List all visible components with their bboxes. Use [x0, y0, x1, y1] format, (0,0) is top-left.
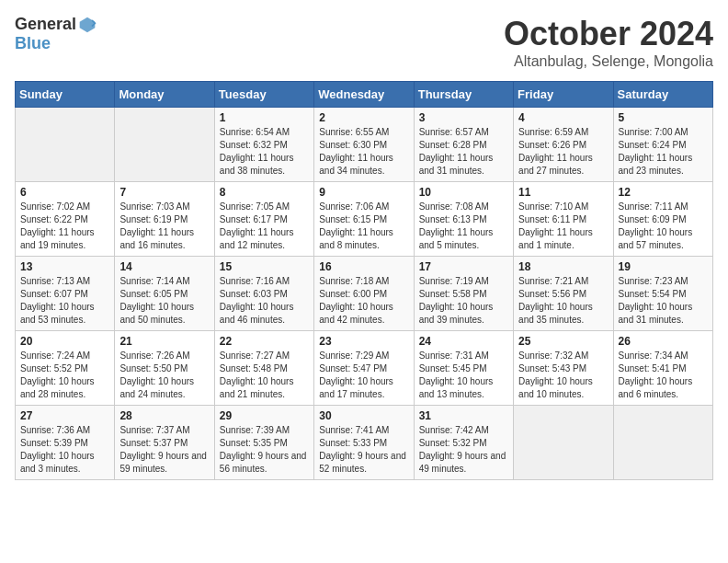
day-number: 28 — [119, 409, 209, 422]
calendar-cell: 31Sunrise: 7:42 AM Sunset: 5:32 PM Dayli… — [414, 406, 513, 480]
day-number: 26 — [619, 335, 708, 348]
day-number: 3 — [419, 111, 508, 124]
day-info: Sunrise: 7:24 AM Sunset: 5:52 PM Dayligh… — [20, 350, 109, 401]
calendar-cell — [16, 108, 115, 182]
day-info: Sunrise: 7:21 AM Sunset: 5:56 PM Dayligh… — [518, 275, 608, 327]
day-number: 29 — [220, 409, 309, 422]
calendar-cell: 18Sunrise: 7:21 AM Sunset: 5:56 PM Dayli… — [514, 257, 613, 331]
location-title: Altanbulag, Selenge, Mongolia — [504, 53, 713, 70]
day-info: Sunrise: 7:14 AM Sunset: 6:05 PM Dayligh… — [119, 275, 209, 327]
day-info: Sunrise: 7:10 AM Sunset: 6:11 PM Dayligh… — [518, 201, 608, 252]
day-number: 20 — [20, 335, 109, 348]
calendar-cell: 24Sunrise: 7:31 AM Sunset: 5:45 PM Dayli… — [414, 331, 513, 406]
calendar-cell: 25Sunrise: 7:32 AM Sunset: 5:43 PM Dayli… — [514, 331, 613, 406]
calendar-cell: 3Sunrise: 6:57 AM Sunset: 6:28 PM Daylig… — [414, 108, 513, 182]
calendar-cell: 8Sunrise: 7:05 AM Sunset: 6:17 PM Daylig… — [214, 182, 313, 257]
day-number: 16 — [319, 260, 408, 273]
day-info: Sunrise: 7:41 AM Sunset: 5:33 PM Dayligh… — [319, 424, 408, 476]
calendar-cell: 9Sunrise: 7:06 AM Sunset: 6:15 PM Daylig… — [314, 182, 414, 257]
day-number: 17 — [419, 260, 508, 273]
calendar-cell — [115, 108, 214, 182]
calendar-cell: 4Sunrise: 6:59 AM Sunset: 6:26 PM Daylig… — [514, 108, 613, 182]
day-info: Sunrise: 7:02 AM Sunset: 6:22 PM Dayligh… — [20, 201, 109, 252]
calendar-cell: 28Sunrise: 7:37 AM Sunset: 5:37 PM Dayli… — [115, 406, 214, 480]
calendar-cell: 22Sunrise: 7:27 AM Sunset: 5:48 PM Dayli… — [214, 331, 313, 406]
calendar-cell: 30Sunrise: 7:41 AM Sunset: 5:33 PM Dayli… — [314, 406, 414, 480]
day-number: 31 — [419, 409, 508, 422]
day-number: 9 — [319, 186, 408, 199]
title-block: October 2024 Altanbulag, Selenge, Mongol… — [504, 15, 713, 70]
logo-icon — [78, 16, 97, 34]
calendar-cell: 12Sunrise: 7:11 AM Sunset: 6:09 PM Dayli… — [613, 182, 712, 257]
weekday-header-tuesday: Tuesday — [214, 82, 313, 108]
day-info: Sunrise: 7:18 AM Sunset: 6:00 PM Dayligh… — [319, 275, 408, 327]
day-number: 6 — [20, 186, 109, 199]
calendar-cell: 27Sunrise: 7:36 AM Sunset: 5:39 PM Dayli… — [16, 406, 115, 480]
day-info: Sunrise: 7:26 AM Sunset: 5:50 PM Dayligh… — [119, 350, 209, 401]
day-number: 7 — [119, 186, 209, 199]
day-info: Sunrise: 6:54 AM Sunset: 6:32 PM Dayligh… — [220, 126, 309, 178]
day-info: Sunrise: 7:32 AM Sunset: 5:43 PM Dayligh… — [518, 350, 608, 401]
day-info: Sunrise: 7:11 AM Sunset: 6:09 PM Dayligh… — [619, 201, 708, 252]
day-info: Sunrise: 7:31 AM Sunset: 5:45 PM Dayligh… — [419, 350, 508, 401]
day-number: 4 — [518, 111, 608, 124]
day-info: Sunrise: 6:59 AM Sunset: 6:26 PM Dayligh… — [518, 126, 608, 178]
calendar-cell: 5Sunrise: 7:00 AM Sunset: 6:24 PM Daylig… — [613, 108, 712, 182]
calendar-cell: 21Sunrise: 7:26 AM Sunset: 5:50 PM Dayli… — [115, 331, 214, 406]
day-info: Sunrise: 7:03 AM Sunset: 6:19 PM Dayligh… — [119, 201, 209, 252]
calendar-cell: 14Sunrise: 7:14 AM Sunset: 6:05 PM Dayli… — [115, 257, 214, 331]
calendar-cell: 15Sunrise: 7:16 AM Sunset: 6:03 PM Dayli… — [214, 257, 313, 331]
day-number: 18 — [518, 260, 608, 273]
day-number: 13 — [20, 260, 109, 273]
day-info: Sunrise: 7:37 AM Sunset: 5:37 PM Dayligh… — [119, 424, 209, 476]
calendar-cell: 13Sunrise: 7:13 AM Sunset: 6:07 PM Dayli… — [16, 257, 115, 331]
day-number: 12 — [619, 186, 708, 199]
day-info: Sunrise: 7:13 AM Sunset: 6:07 PM Dayligh… — [20, 275, 109, 327]
day-info: Sunrise: 7:23 AM Sunset: 5:54 PM Dayligh… — [619, 275, 708, 327]
calendar-cell — [514, 406, 613, 480]
weekday-header-saturday: Saturday — [613, 82, 712, 108]
day-number: 10 — [419, 186, 508, 199]
day-number: 21 — [119, 335, 209, 348]
day-number: 5 — [619, 111, 708, 124]
day-info: Sunrise: 7:08 AM Sunset: 6:13 PM Dayligh… — [419, 201, 508, 252]
day-info: Sunrise: 7:27 AM Sunset: 5:48 PM Dayligh… — [220, 350, 309, 401]
logo: General Blue — [15, 15, 97, 53]
day-number: 19 — [619, 260, 708, 273]
calendar-cell: 20Sunrise: 7:24 AM Sunset: 5:52 PM Dayli… — [16, 331, 115, 406]
day-number: 14 — [119, 260, 209, 273]
calendar-cell: 19Sunrise: 7:23 AM Sunset: 5:54 PM Dayli… — [613, 257, 712, 331]
weekday-header-thursday: Thursday — [414, 82, 513, 108]
day-number: 1 — [220, 111, 309, 124]
calendar-cell: 26Sunrise: 7:34 AM Sunset: 5:41 PM Dayli… — [613, 331, 712, 406]
day-number: 2 — [319, 111, 408, 124]
calendar-cell — [613, 406, 712, 480]
day-info: Sunrise: 6:55 AM Sunset: 6:30 PM Dayligh… — [319, 126, 408, 178]
calendar-cell: 23Sunrise: 7:29 AM Sunset: 5:47 PM Dayli… — [314, 331, 414, 406]
weekday-header-monday: Monday — [115, 82, 214, 108]
day-info: Sunrise: 7:06 AM Sunset: 6:15 PM Dayligh… — [319, 201, 408, 252]
calendar-cell: 1Sunrise: 6:54 AM Sunset: 6:32 PM Daylig… — [214, 108, 313, 182]
calendar-cell: 17Sunrise: 7:19 AM Sunset: 5:58 PM Dayli… — [414, 257, 513, 331]
day-info: Sunrise: 7:34 AM Sunset: 5:41 PM Dayligh… — [619, 350, 708, 401]
day-number: 27 — [20, 409, 109, 422]
weekday-header-friday: Friday — [514, 82, 613, 108]
calendar-cell: 6Sunrise: 7:02 AM Sunset: 6:22 PM Daylig… — [16, 182, 115, 257]
calendar-cell: 16Sunrise: 7:18 AM Sunset: 6:00 PM Dayli… — [314, 257, 414, 331]
day-number: 25 — [518, 335, 608, 348]
calendar-cell: 7Sunrise: 7:03 AM Sunset: 6:19 PM Daylig… — [115, 182, 214, 257]
calendar-cell: 29Sunrise: 7:39 AM Sunset: 5:35 PM Dayli… — [214, 406, 313, 480]
day-number: 8 — [220, 186, 309, 199]
logo-general-text: General — [15, 15, 76, 34]
day-number: 23 — [319, 335, 408, 348]
day-info: Sunrise: 7:05 AM Sunset: 6:17 PM Dayligh… — [220, 201, 309, 252]
weekday-header-sunday: Sunday — [16, 82, 115, 108]
day-info: Sunrise: 7:42 AM Sunset: 5:32 PM Dayligh… — [419, 424, 508, 476]
calendar-cell: 10Sunrise: 7:08 AM Sunset: 6:13 PM Dayli… — [414, 182, 513, 257]
day-number: 15 — [220, 260, 309, 273]
weekday-header-wednesday: Wednesday — [314, 82, 414, 108]
day-number: 30 — [319, 409, 408, 422]
day-info: Sunrise: 6:57 AM Sunset: 6:28 PM Dayligh… — [419, 126, 508, 178]
day-info: Sunrise: 7:36 AM Sunset: 5:39 PM Dayligh… — [20, 424, 109, 476]
month-title: October 2024 — [504, 15, 713, 53]
